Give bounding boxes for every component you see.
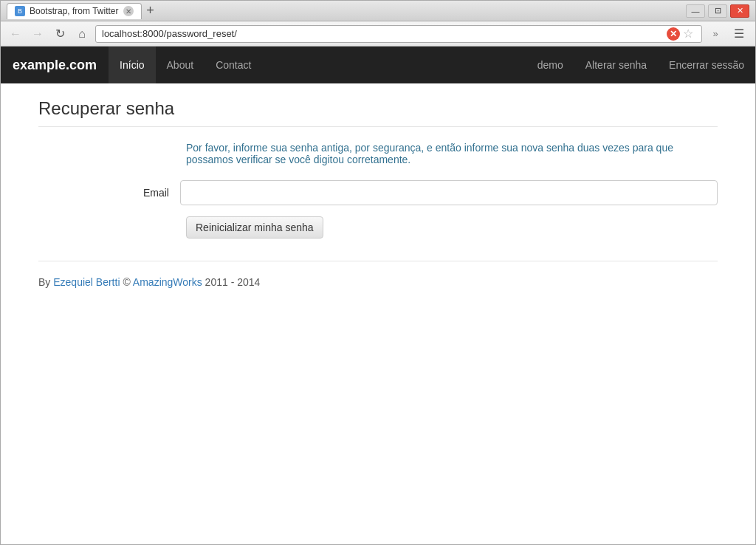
- footer-prefix: By: [38, 276, 53, 288]
- nav-link-inicio[interactable]: Início: [109, 47, 155, 83]
- navbar-brand[interactable]: example.com: [1, 58, 109, 73]
- tab-close-button[interactable]: ✕: [123, 6, 134, 16]
- page-footer: By Ezequiel Bertti © AmazingWorks 2011 -…: [38, 261, 718, 303]
- close-button[interactable]: ✕: [730, 4, 749, 18]
- page-title: Recuperar senha: [38, 98, 718, 119]
- title-bar: B Bootstrap, from Twitter ✕ + — ⊡ ✕: [1, 1, 755, 21]
- email-form-group: Email: [38, 180, 718, 205]
- extensions-button[interactable]: »: [707, 25, 724, 43]
- navbar: example.com Início About Contact demo Al…: [1, 47, 755, 83]
- footer-years: 2011 - 2014: [202, 276, 261, 288]
- nav-right-links: demo Alterar senha Encerrar sessão: [526, 47, 755, 83]
- page-header: Recuperar senha: [38, 83, 718, 127]
- url-bar[interactable]: localhost:8000/password_reset/ ✕ ☆: [95, 25, 702, 43]
- footer-author-link[interactable]: Ezequiel Bertti: [53, 276, 120, 288]
- nav-link-alterar-senha[interactable]: Alterar senha: [574, 47, 658, 83]
- new-tab-button[interactable]: +: [142, 3, 159, 19]
- x-icon: ✕: [667, 27, 680, 41]
- minimize-button[interactable]: —: [686, 4, 705, 18]
- menu-button[interactable]: ☰: [729, 25, 749, 43]
- info-text: Por favor, informe sua senha antiga, por…: [38, 142, 718, 165]
- back-button[interactable]: ←: [7, 25, 24, 43]
- forward-button[interactable]: →: [29, 25, 47, 43]
- tab-favicon: B: [15, 6, 25, 16]
- home-button[interactable]: ⌂: [73, 25, 91, 43]
- url-text: localhost:8000/password_reset/: [102, 28, 237, 39]
- email-label: Email: [38, 187, 180, 199]
- main-container: Recuperar senha Por favor, informe sua s…: [24, 83, 732, 303]
- footer-company-link[interactable]: AmazingWorks: [133, 276, 202, 288]
- window-controls: — ⊡ ✕: [686, 4, 749, 18]
- page-content: example.com Início About Contact demo Al…: [1, 47, 755, 544]
- email-input[interactable]: [180, 180, 718, 205]
- star-icon: ☆: [683, 27, 693, 41]
- footer-copyright: ©: [120, 276, 133, 288]
- nav-link-demo[interactable]: demo: [526, 47, 574, 83]
- bookmark-button[interactable]: ☆: [681, 27, 695, 41]
- address-bar: ← → ↻ ⌂ localhost:8000/password_reset/ ✕…: [1, 21, 755, 47]
- browser-window: B Bootstrap, from Twitter ✕ + — ⊡ ✕ ← → …: [0, 0, 756, 545]
- nav-link-contact[interactable]: Contact: [205, 47, 262, 83]
- submit-button[interactable]: Reinicializar minha senha: [186, 216, 323, 239]
- tab-title: Bootstrap, from Twitter: [30, 6, 119, 16]
- reload-button[interactable]: ↻: [51, 25, 69, 43]
- maximize-button[interactable]: ⊡: [708, 4, 727, 18]
- clear-url-button[interactable]: ✕: [666, 27, 681, 41]
- submit-row: Reinicializar minha senha: [38, 216, 718, 239]
- browser-tab[interactable]: B Bootstrap, from Twitter ✕: [7, 3, 142, 19]
- nav-link-encerrar-sessao[interactable]: Encerrar sessão: [658, 47, 755, 83]
- nav-links: Início About Contact: [109, 47, 262, 83]
- nav-link-about[interactable]: About: [156, 47, 205, 83]
